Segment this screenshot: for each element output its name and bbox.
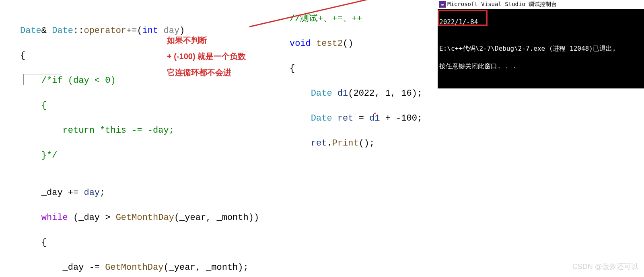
marker-dot: [374, 113, 376, 114]
annotation-line: 它连循环都不会进: [167, 64, 246, 80]
type-token: Date: [311, 113, 332, 123]
function-token: operator: [84, 26, 126, 36]
watermark: CSDN @菠萝还可以: [572, 262, 638, 271]
keyword-token: void: [290, 39, 311, 49]
code-line-comment: {: [20, 99, 259, 112]
code-line-comment: //测试+、+=、++: [290, 12, 422, 25]
function-token: Print: [332, 138, 359, 148]
console-line: 按任意键关闭此窗口. . .: [439, 62, 642, 71]
annotation-line: 如果不判断: [167, 32, 246, 48]
keyword-token: while: [41, 213, 68, 223]
code-line: Date d1(2022, 1, 16);: [290, 87, 422, 100]
keyword-token: int: [142, 26, 158, 36]
type-token: Date: [20, 26, 41, 36]
code-line-comment: return *this -= -day;: [20, 124, 259, 137]
function-token: test2: [316, 39, 343, 49]
code-line: _day -= GetMonthDay(_year, _month);: [20, 261, 259, 274]
type-token: Date: [52, 26, 73, 36]
annotation-block: 如果不判断 + (-100) 就是一个负数 它连循环都不会进: [167, 32, 246, 80]
console-title-bar[interactable]: ∞ Microsoft Visual Studio 调试控制台: [438, 0, 644, 9]
code-line: _day += day;: [20, 187, 259, 199]
annotation-line: + (-100) 就是一个负数: [167, 48, 246, 64]
console-output: 2022/1/-84 E:\c++代码\2-7\Debug\2-7.exe (进…: [438, 9, 644, 88]
visual-studio-icon: ∞: [439, 1, 446, 8]
type-token: Date: [311, 88, 332, 98]
console-line: E:\c++代码\2-7\Debug\2-7.exe (进程 12048)已退出…: [439, 44, 642, 53]
function-token: GetMonthDay: [116, 213, 174, 223]
function-token: GetMonthDay: [105, 263, 163, 273]
code-line: while (_day > GetMonthDay(_year, _month)…: [20, 211, 259, 224]
code-line: {: [290, 62, 422, 75]
code-line-comment: }*/: [20, 149, 259, 162]
code-block-right: //测试+、+=、++ void test2() { Date d1(2022,…: [290, 0, 422, 162]
code-line: ret.Print();: [290, 137, 422, 150]
console-window: ∞ Microsoft Visual Studio 调试控制台 2022/1/-…: [438, 0, 644, 88]
code-line: void test2(): [290, 37, 422, 50]
console-title: Microsoft Visual Studio 调试控制台: [447, 1, 557, 8]
code-line: {: [20, 236, 259, 249]
console-line: 2022/1/-84: [439, 18, 642, 27]
code-line: Date ret = d1 + -100;: [290, 112, 422, 125]
